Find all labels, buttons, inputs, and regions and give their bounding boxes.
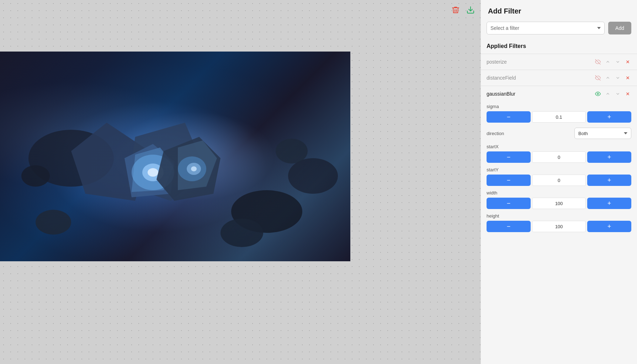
width-value: 100 [532, 198, 586, 209]
filter-actions-gaussianblur [594, 90, 631, 97]
svg-rect-20 [0, 52, 350, 261]
download-button[interactable] [465, 4, 476, 16]
filter-item-posterize: posterize [481, 54, 637, 70]
visibility-toggle-distancefield[interactable] [594, 74, 601, 81]
remove-gaussianblur[interactable] [624, 90, 631, 97]
param-controls-width: − 100 + [487, 198, 631, 209]
delete-button[interactable] [450, 4, 461, 16]
filter-name-gaussianblur: gaussianBlur [487, 91, 594, 97]
filter-name-posterize: posterize [487, 59, 594, 65]
right-panel: Add Filter Select a filter Blur Sharpen … [481, 0, 637, 364]
move-down-distancefield[interactable] [614, 74, 621, 81]
move-down-posterize[interactable] [614, 58, 621, 65]
starty-plus-button[interactable]: + [587, 175, 631, 186]
param-sigma: sigma − 0.1 + [481, 102, 637, 125]
param-label-height: height [487, 213, 631, 219]
crystal-svg [0, 52, 350, 261]
add-filter-button[interactable]: Add [608, 22, 631, 34]
image-overlay [0, 52, 350, 261]
param-label-direction: direction [487, 131, 574, 136]
move-up-posterize[interactable] [604, 58, 611, 65]
add-filter-row: Select a filter Blur Sharpen Brightness … [481, 19, 637, 40]
filter-item-distancefield: distanceField [481, 70, 637, 86]
startx-minus-button[interactable]: − [487, 151, 531, 163]
starty-value: 0 [532, 175, 586, 186]
param-label-starty: startY [487, 167, 631, 172]
height-minus-button[interactable]: − [487, 221, 531, 232]
param-direction: direction Both Horizontal Vertical [481, 125, 637, 142]
visibility-toggle-posterize[interactable] [594, 58, 601, 65]
height-value: 100 [532, 221, 586, 232]
starty-minus-button[interactable]: − [487, 175, 531, 186]
startx-plus-button[interactable]: + [587, 151, 631, 163]
panel-title: Add Filter [481, 0, 637, 19]
sigma-minus-button[interactable]: − [487, 111, 531, 123]
sigma-value: 0.1 [532, 111, 586, 123]
filter-actions-distancefield [594, 74, 631, 81]
applied-filters-title: Applied Filters [481, 40, 637, 54]
param-controls-sigma: − 0.1 + [487, 111, 631, 123]
remove-posterize[interactable] [624, 58, 631, 65]
gaussianblur-header: gaussianBlur [481, 86, 637, 102]
toolbar-icons [450, 4, 476, 16]
remove-distancefield[interactable] [624, 74, 631, 81]
filter-select[interactable]: Select a filter Blur Sharpen Brightness [487, 22, 605, 34]
visibility-toggle-gaussianblur[interactable] [594, 90, 601, 97]
startx-value: 0 [532, 151, 586, 163]
param-starty: startY − 0 + [481, 165, 637, 188]
move-down-gaussianblur[interactable] [614, 90, 621, 97]
move-up-distancefield[interactable] [604, 74, 611, 81]
move-up-gaussianblur[interactable] [604, 90, 611, 97]
param-label-width: width [487, 190, 631, 196]
param-controls-starty: − 0 + [487, 175, 631, 186]
param-controls-startx: − 0 + [487, 151, 631, 163]
param-width: width − 100 + [481, 188, 637, 211]
canvas-area [0, 0, 481, 364]
height-plus-button[interactable]: + [587, 221, 631, 232]
param-height: height − 100 + [481, 211, 637, 234]
param-controls-height: − 100 + [487, 221, 631, 232]
param-startx: startX − 0 + [481, 142, 637, 165]
sigma-plus-button[interactable]: + [587, 111, 631, 123]
width-plus-button[interactable]: + [587, 198, 631, 209]
direction-select[interactable]: Both Horizontal Vertical [574, 128, 631, 139]
width-minus-button[interactable]: − [487, 198, 531, 209]
filter-name-distancefield: distanceField [487, 75, 594, 81]
svg-point-27 [597, 93, 599, 95]
filter-actions-posterize [594, 58, 631, 65]
canvas-image [0, 52, 350, 261]
filter-item-gaussianblur: gaussianBlur [481, 86, 637, 237]
param-label-sigma: sigma [487, 104, 631, 109]
param-label-startx: startX [487, 144, 631, 149]
